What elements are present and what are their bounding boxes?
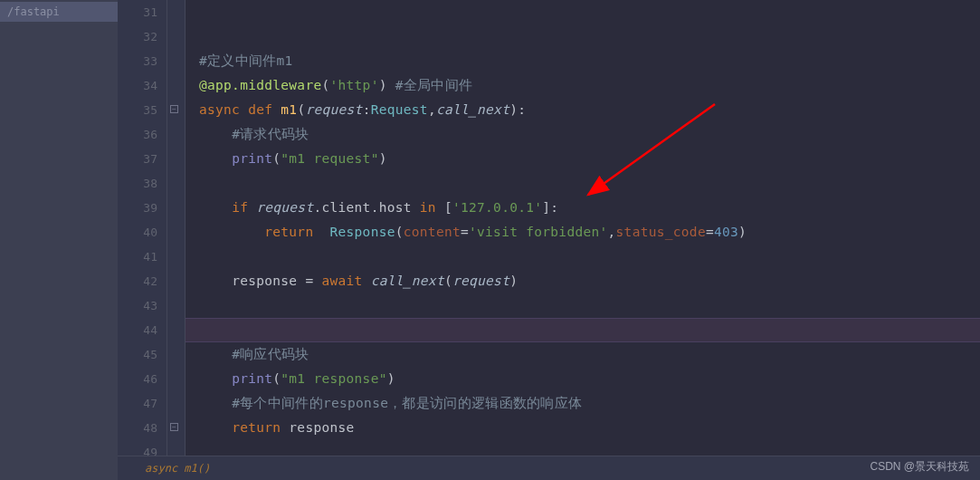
code-row: #每个中间件的response，都是访问的逻辑函数的响应体 — [186, 391, 980, 416]
line-number[interactable]: 32 — [118, 24, 157, 49]
comment: #每个中间件的response，都是访问的逻辑函数的响应体 — [232, 396, 582, 410]
type: Response — [330, 225, 395, 239]
code-row: if request.client.host in ['127.0.0.1']: — [186, 196, 980, 220]
code-row: response = await call_next(request) — [186, 269, 980, 293]
keyword: return — [264, 225, 329, 239]
number: 403 — [714, 225, 738, 239]
line-number[interactable]: 36 — [118, 122, 157, 147]
line-number[interactable]: 46 — [118, 367, 157, 391]
param: call_next — [436, 102, 509, 117]
operator: = — [305, 274, 321, 288]
code-editor[interactable]: #定义中间件m1 @app.middleware('http') #全局中间件 … — [186, 0, 980, 456]
line-number[interactable]: 34 — [118, 73, 157, 98]
code-row: #响应代码块 — [186, 342, 980, 367]
string: "m1 response" — [281, 371, 386, 386]
builtin: print — [232, 151, 272, 166]
code-row — [186, 0, 980, 24]
builtin: print — [232, 371, 272, 386]
line-number[interactable]: 42 — [118, 269, 157, 293]
keyword: if — [232, 200, 256, 215]
keyword: def — [248, 102, 281, 117]
call: call_next — [371, 274, 444, 288]
keyword: await — [321, 274, 370, 288]
fold-toggle-icon[interactable]: − — [170, 423, 178, 431]
code-row: async def m1(request:Request,call_next): — [186, 98, 980, 122]
string: 'visit forbidden' — [469, 225, 608, 239]
code-row: return response — [186, 416, 980, 440]
keyword: return — [232, 420, 289, 435]
comment: #全局中间件 — [387, 78, 473, 92]
line-number[interactable]: 33 — [118, 49, 157, 73]
line-number[interactable]: 48 — [118, 416, 157, 440]
code-row — [186, 245, 980, 269]
string: 'http' — [329, 78, 378, 92]
variable: response — [289, 420, 354, 435]
param: request — [305, 102, 362, 117]
code-row: #定义中间件m1 — [186, 49, 980, 73]
type: Request — [371, 102, 428, 117]
line-number[interactable]: 40 — [118, 220, 157, 245]
code-row: #请求代码块 — [186, 122, 980, 147]
keyword: async — [199, 102, 248, 117]
code-row-active — [186, 318, 980, 342]
code-row — [186, 171, 980, 196]
code-row: print("m1 response") — [186, 367, 980, 391]
fold-toggle-icon[interactable]: − — [170, 105, 178, 113]
kwarg: content — [404, 225, 461, 239]
function-name: m1 — [281, 102, 297, 117]
line-number[interactable]: 31 — [118, 0, 157, 24]
kwarg: status_code — [616, 225, 706, 239]
line-number[interactable]: 38 — [118, 171, 157, 196]
comment: #定义中间件m1 — [199, 53, 293, 68]
line-number[interactable]: 44 — [118, 318, 157, 342]
property: .client.host — [313, 200, 419, 215]
line-gutter: 31 32 33 34 35 36 37 38 39 40 41 42 43 4… — [118, 0, 167, 480]
string: "m1 request" — [281, 151, 378, 166]
param: request — [452, 274, 509, 288]
comment: #响应代码块 — [232, 347, 309, 361]
breadcrumb[interactable]: async m1() — [118, 456, 980, 480]
line-number[interactable]: 43 — [118, 293, 157, 318]
code-row: @app.middleware('http') #全局中间件 — [186, 73, 980, 98]
fold-gutter: − − — [167, 0, 186, 480]
keyword: in — [420, 200, 444, 215]
line-number[interactable]: 47 — [118, 391, 157, 416]
decorator: @app.middleware — [199, 78, 321, 92]
code-row: print("m1 request") — [186, 147, 980, 171]
watermark: CSDN @景天科技苑 — [870, 459, 969, 475]
line-number[interactable]: 35 — [118, 98, 157, 122]
line-number[interactable]: 41 — [118, 245, 157, 269]
line-number[interactable]: 37 — [118, 147, 157, 171]
line-number[interactable]: 39 — [118, 196, 157, 220]
variable: response — [232, 274, 305, 288]
sidebar: /fastapi — [0, 0, 118, 480]
sidebar-item-path[interactable]: /fastapi — [0, 2, 118, 22]
code-row: return Response(content='visit forbidden… — [186, 220, 980, 245]
line-number[interactable]: 45 — [118, 342, 157, 367]
param: request — [256, 200, 313, 215]
code-row — [186, 293, 980, 318]
breadcrumb-text: async m1() — [145, 462, 210, 475]
code-row — [186, 24, 980, 49]
comment: #请求代码块 — [232, 127, 309, 141]
